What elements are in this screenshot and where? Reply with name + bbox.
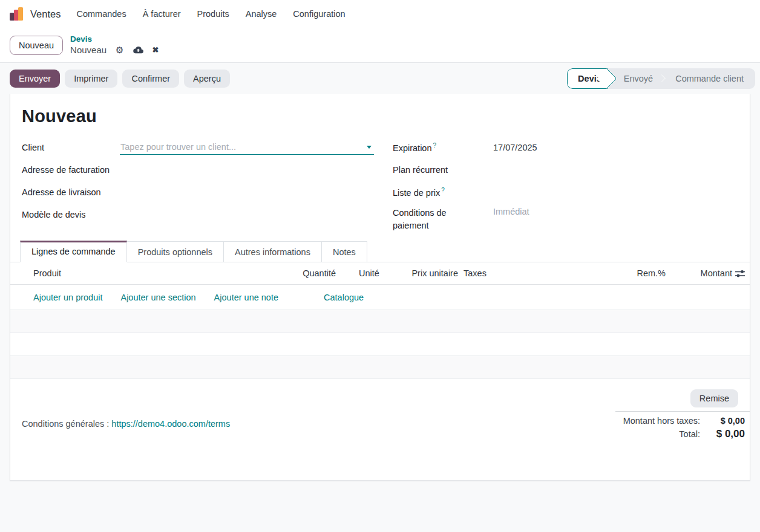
add-section-link[interactable]: Ajouter une section	[120, 293, 195, 302]
pricelist-help-icon[interactable]: ?	[441, 187, 445, 193]
notebook-tabs: Lignes de commande Produits optionnels A…	[10, 241, 750, 262]
col-unit[interactable]: Unité	[336, 268, 387, 278]
status-step-order[interactable]: Commande client	[666, 68, 755, 89]
invoice-address-field[interactable]	[120, 163, 393, 177]
expiration-label: Expiration?	[393, 142, 493, 153]
client-field	[120, 140, 374, 155]
terms-line: Conditions générales : https://demo4.odo…	[22, 419, 230, 429]
empty-table-row	[10, 333, 750, 356]
order-lines-add-row: Ajouter un produit Ajouter une section A…	[10, 285, 750, 310]
print-button[interactable]: Imprimer	[65, 70, 117, 88]
discard-close-icon[interactable]: ✖	[152, 45, 159, 55]
menu-reporting[interactable]: Analyse	[246, 9, 277, 19]
empty-table-row	[10, 310, 750, 333]
col-taxes[interactable]: Taxes	[458, 268, 605, 278]
order-lines-header: Produit Quantité Unité Prix unitaire Tax…	[10, 262, 750, 285]
total-label: Total:	[679, 429, 700, 439]
breadcrumb-parent-link[interactable]: Devis	[70, 34, 159, 45]
col-discount[interactable]: Rem.%	[605, 268, 666, 278]
payment-terms-value[interactable]: Immédiat	[493, 207, 529, 216]
col-amount[interactable]: Montant	[666, 268, 732, 278]
send-button[interactable]: Envoyer	[10, 70, 60, 88]
main-menu: Commandes À facturer Produits Analyse Co…	[76, 9, 345, 19]
status-step-quotation[interactable]: Devis	[567, 68, 608, 89]
menu-orders[interactable]: Commandes	[76, 9, 126, 19]
preview-button[interactable]: Aperçu	[184, 70, 230, 88]
total-value: $ 0,00	[700, 428, 745, 440]
menu-to-invoice[interactable]: À facturer	[143, 9, 181, 19]
quotation-form-sheet: Nouveau Client Adresse de facturation Ad…	[10, 94, 750, 481]
add-note-link[interactable]: Ajouter une note	[214, 293, 278, 302]
delivery-address-field[interactable]	[120, 185, 393, 199]
discount-button[interactable]: Remise	[690, 389, 738, 407]
col-product[interactable]: Produit	[10, 268, 275, 278]
delivery-address-label: Adresse de livraison	[22, 187, 120, 197]
quote-template-label: Modèle de devis	[22, 210, 120, 219]
actions-gear-icon[interactable]: ⚙	[116, 45, 123, 56]
tab-notes[interactable]: Notes	[322, 241, 367, 262]
expiration-help-icon[interactable]: ?	[433, 142, 436, 149]
optional-columns-sliders-icon[interactable]	[732, 268, 749, 279]
col-unit-price[interactable]: Prix unitaire	[387, 268, 458, 278]
recurring-plan-field[interactable]	[493, 163, 738, 177]
terms-label: Conditions générales :	[22, 419, 109, 429]
untaxed-amount-label: Montant hors taxes:	[623, 416, 700, 426]
menu-configuration[interactable]: Configuration	[293, 9, 345, 19]
order-lines-table: Produit Quantité Unité Prix unitaire Tax…	[10, 262, 750, 379]
terms-link[interactable]: https://demo4.odoo.com/terms	[111, 419, 230, 429]
untaxed-amount-value: $ 0,00	[700, 416, 745, 426]
payment-terms-label: Conditions de paiement	[393, 207, 471, 232]
content-area: Nouveau Client Adresse de facturation Ad…	[0, 94, 760, 532]
tab-other-info[interactable]: Autres informations	[224, 241, 322, 262]
save-cloud-icon[interactable]	[133, 46, 143, 54]
client-dropdown-caret-icon[interactable]	[367, 146, 372, 149]
client-label: Client	[22, 143, 120, 152]
confirm-button[interactable]: Confirmer	[122, 70, 179, 88]
record-title[interactable]: Nouveau	[10, 94, 750, 132]
sales-app-icon[interactable]	[8, 6, 25, 22]
statusbar: Devis Envoyé Commande client	[567, 68, 755, 89]
breadcrumb: Devis Nouveau ⚙ ✖	[70, 34, 159, 56]
empty-table-row	[10, 356, 750, 379]
recurring-plan-label: Plan récurrent	[393, 165, 493, 175]
breadcrumb-current: Nouveau	[70, 45, 106, 56]
add-product-link[interactable]: Ajouter un produit	[33, 293, 102, 302]
pricelist-label: Liste de prix?	[393, 187, 493, 198]
menu-products[interactable]: Produits	[197, 9, 229, 19]
form-fields: Client Adresse de facturation Adresse de…	[10, 132, 750, 232]
invoice-address-label: Adresse de facturation	[22, 165, 120, 175]
top-navbar: Ventes Commandes À facturer Produits Ana…	[0, 0, 760, 28]
totals-block: Montant hors taxes: $ 0,00 Total: $ 0,00	[615, 411, 750, 441]
col-quantity[interactable]: Quantité	[275, 268, 336, 278]
client-input[interactable]	[120, 140, 374, 155]
breadcrumb-bar: Nouveau Devis Nouveau ⚙ ✖	[0, 28, 760, 62]
tab-order-lines[interactable]: Lignes de commande	[20, 241, 127, 262]
pricelist-field[interactable]	[493, 185, 738, 199]
catalog-link[interactable]: Catalogue	[324, 293, 364, 302]
control-panel: Envoyer Imprimer Confirmer Aperçu Devis …	[0, 62, 760, 94]
expiration-value[interactable]: 17/07/2025	[493, 143, 537, 152]
new-record-button[interactable]: Nouveau	[10, 36, 63, 55]
app-name[interactable]: Ventes	[30, 8, 61, 20]
quote-template-field[interactable]	[120, 207, 393, 222]
tab-optional-products[interactable]: Produits optionnels	[127, 241, 224, 262]
